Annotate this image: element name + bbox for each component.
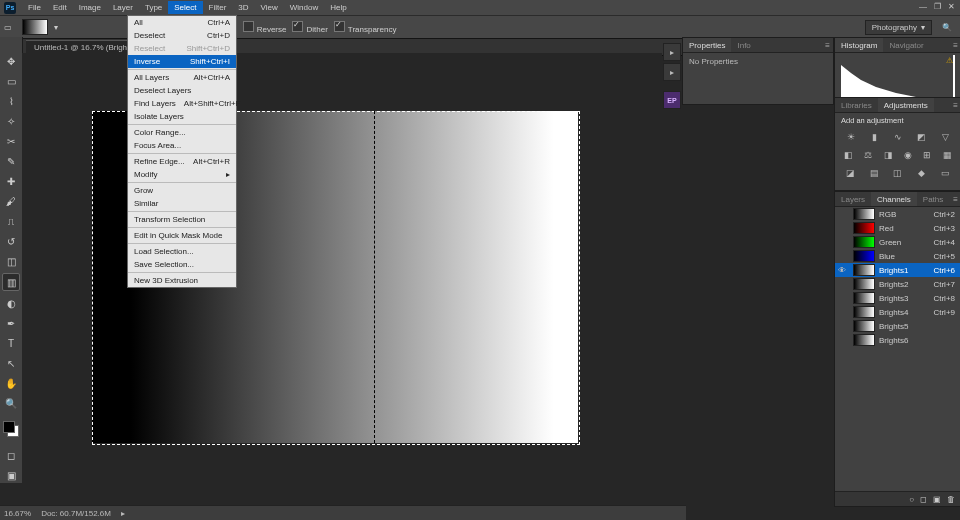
menuitem-all-layers[interactable]: All LayersAlt+Ctrl+A [128,71,236,84]
canvas-area[interactable] [22,53,662,506]
tab-navigator[interactable]: Navigator [883,38,929,52]
channel-row-red[interactable]: RedCtrl+3 [835,221,960,235]
marquee-tool[interactable]: ▭ [3,73,19,89]
tab-info[interactable]: Info [731,38,756,52]
healing-tool[interactable]: ✚ [3,173,19,189]
screenmode-toggle[interactable]: ▣ [3,467,19,483]
curves-icon[interactable]: ∿ [892,131,904,143]
menuitem-new-3d-extrusion[interactable]: New 3D Extrusion [128,274,236,287]
lasso-tool[interactable]: ⌇ [3,93,19,109]
huesat-icon[interactable]: ◧ [843,149,855,161]
channel-row-brights4[interactable]: Brights4Ctrl+9 [835,305,960,319]
collapsed-panel-actions[interactable]: ▸ [663,63,681,81]
gradient-tool[interactable]: ▥ [2,273,20,291]
selectivecolor-icon[interactable]: ◆ [916,167,928,179]
menu-type[interactable]: Type [139,1,168,14]
menuitem-focus-area-[interactable]: Focus Area... [128,139,236,152]
vibrance-icon[interactable]: ▽ [939,131,951,143]
eyedropper-tool[interactable]: ✎ [3,153,19,169]
invert-icon[interactable]: ◪ [845,167,857,179]
tab-paths[interactable]: Paths [917,192,949,206]
move-tool[interactable]: ✥ [3,53,19,69]
channel-row-brights3[interactable]: Brights3Ctrl+8 [835,291,960,305]
levels-icon[interactable]: ▮ [868,131,880,143]
pen-tool[interactable]: ✒ [3,315,19,331]
tab-libraries[interactable]: Libraries [835,98,878,112]
menuitem-color-range-[interactable]: Color Range... [128,126,236,139]
dither-checkbox[interactable] [292,21,303,32]
hand-tool[interactable]: ✋ [3,375,19,391]
menu-file[interactable]: File [22,1,47,14]
minimize-button[interactable]: — [916,0,930,12]
menuitem-deselect[interactable]: DeselectCtrl+D [128,29,236,42]
menu-edit[interactable]: Edit [47,1,73,14]
channel-row-blue[interactable]: BlueCtrl+5 [835,249,960,263]
tab-layers[interactable]: Layers [835,192,871,206]
collapsed-panel-ep[interactable]: EP [663,91,681,109]
menu-filter[interactable]: Filter [203,1,233,14]
visibility-icon[interactable]: 👁 [835,266,849,275]
menuitem-deselect-layers[interactable]: Deselect Layers [128,84,236,97]
tab-adjustments[interactable]: Adjustments [878,98,934,112]
menuitem-all[interactable]: AllCtrl+A [128,16,236,29]
menu-image[interactable]: Image [73,1,107,14]
menu-3d[interactable]: 3D [232,1,254,14]
exposure-icon[interactable]: ◩ [916,131,928,143]
threshold-icon[interactable]: ◫ [892,167,904,179]
quickmask-toggle[interactable]: ◻ [3,447,19,463]
menu-help[interactable]: Help [324,1,352,14]
chevron-right-icon[interactable]: ▸ [121,509,125,518]
menuitem-load-selection-[interactable]: Load Selection... [128,245,236,258]
history-brush-tool[interactable]: ↺ [3,233,19,249]
new-channel-icon[interactable]: ▣ [933,495,941,504]
color-swatches[interactable] [3,421,19,437]
doc-size[interactable]: Doc: 60.7M/152.6M [41,509,111,518]
menu-view[interactable]: View [255,1,284,14]
maximize-button[interactable]: ❐ [930,0,944,12]
panel-menu-icon[interactable]: ≡ [825,41,830,50]
channel-row-brights5[interactable]: Brights5 [835,319,960,333]
zoom-level[interactable]: 16.67% [4,509,31,518]
dodge-tool[interactable]: ◐ [3,295,19,311]
colorbalance-icon[interactable]: ⚖ [862,149,874,161]
menuitem-inverse[interactable]: InverseShift+Ctrl+I [128,55,236,68]
transparency-checkbox[interactable] [334,21,345,32]
workspace-switcher[interactable]: Photography ▾ [865,20,932,35]
magic-wand-tool[interactable]: ✧ [3,113,19,129]
bw-icon[interactable]: ◨ [882,149,894,161]
search-icon[interactable]: 🔍 [942,23,952,32]
tab-properties[interactable]: Properties [683,38,731,52]
brush-tool[interactable]: 🖌 [3,193,19,209]
zoom-tool[interactable]: 🔍 [3,395,19,411]
menuitem-refine-edge-[interactable]: Refine Edge...Alt+Ctrl+R [128,155,236,168]
gradient-preview[interactable] [22,19,48,35]
collapsed-panel-history[interactable]: ▸ [663,43,681,61]
menuitem-save-selection-[interactable]: Save Selection... [128,258,236,271]
menuitem-similar[interactable]: Similar [128,197,236,210]
eraser-tool[interactable]: ◫ [3,253,19,269]
channel-row-brights1[interactable]: 👁Brights1Ctrl+6 [835,263,960,277]
panel-menu-icon[interactable]: ≡ [953,195,958,204]
reverse-checkbox[interactable] [243,21,254,32]
menu-window[interactable]: Window [284,1,324,14]
colorlookup-icon[interactable]: ▦ [941,149,953,161]
tab-histogram[interactable]: Histogram [835,38,883,52]
panel-menu-icon[interactable]: ≡ [953,41,958,50]
menuitem-modify[interactable]: Modify▸ [128,168,236,181]
gradientmap-icon[interactable]: ▭ [939,167,951,179]
brightness-icon[interactable]: ☀ [845,131,857,143]
menu-layer[interactable]: Layer [107,1,139,14]
menuitem-find-layers[interactable]: Find LayersAlt+Shift+Ctrl+F [128,97,236,110]
menuitem-edit-in-quick-mask-mode[interactable]: Edit in Quick Mask Mode [128,229,236,242]
delete-channel-icon[interactable]: 🗑 [947,495,955,504]
posterize-icon[interactable]: ▤ [868,167,880,179]
load-selection-icon[interactable]: ○ [909,495,914,504]
close-button[interactable]: ✕ [944,0,958,12]
channel-row-green[interactable]: GreenCtrl+4 [835,235,960,249]
stamp-tool[interactable]: ⎍ [3,213,19,229]
menuitem-grow[interactable]: Grow [128,184,236,197]
save-selection-icon[interactable]: ◻ [920,495,927,504]
menuitem-transform-selection[interactable]: Transform Selection [128,213,236,226]
channel-row-brights2[interactable]: Brights2Ctrl+7 [835,277,960,291]
tab-channels[interactable]: Channels [871,192,917,206]
